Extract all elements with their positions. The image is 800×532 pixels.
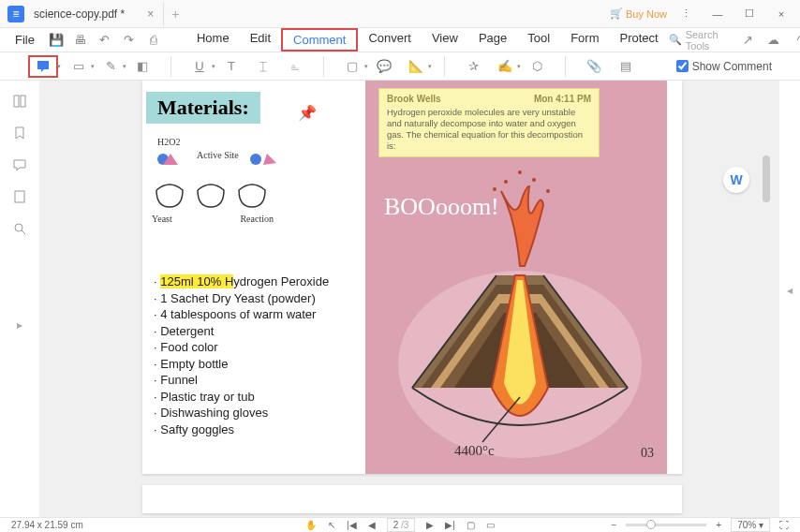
maximize-button[interactable]: ☐ — [736, 1, 763, 27]
page-number: 03 — [641, 446, 654, 461]
tab-title: science-copy.pdf * — [34, 7, 125, 21]
first-page-icon[interactable]: |◀ — [347, 520, 357, 530]
stamp-tool[interactable]: ✰ — [462, 56, 484, 77]
zoom-percent[interactable]: 70% ▾ — [731, 518, 770, 532]
signature-tool[interactable]: ✍▾ — [494, 56, 516, 77]
word-export-button[interactable]: W — [723, 167, 749, 193]
eraser-tool[interactable]: ◧ — [131, 56, 154, 77]
comments-panel-icon[interactable] — [12, 157, 27, 172]
next-page-icon[interactable]: ▶ — [426, 520, 434, 530]
sticky-author: Brook Wells — [387, 94, 441, 104]
page-indicator[interactable]: 2 /3 — [387, 518, 416, 532]
right-rail: ◀ — [779, 81, 800, 517]
note-tool[interactable]: ▾ — [28, 55, 58, 78]
close-window-button[interactable]: × — [768, 1, 794, 27]
typewriter-tool[interactable]: ⎁ — [284, 56, 306, 77]
zoom-out-icon[interactable]: − — [612, 520, 617, 530]
callout-tool[interactable]: 💬 — [373, 56, 395, 77]
page-title: Materials: — [146, 92, 260, 124]
bookmarks-icon[interactable] — [12, 126, 27, 140]
collapse-right-icon[interactable]: ◀ — [787, 287, 793, 295]
attach-tool[interactable]: 📎 — [583, 56, 605, 77]
tab-page[interactable]: Page — [468, 28, 517, 52]
expand-sidebar-icon[interactable]: ▶ — [17, 321, 22, 330]
svg-point-7 — [250, 154, 261, 165]
svg-marker-8 — [263, 154, 276, 165]
close-tab-icon[interactable]: × — [147, 7, 154, 21]
file-menu[interactable]: File — [7, 30, 42, 50]
search-tools[interactable]: 🔍 Search Tools — [669, 29, 731, 52]
statusbar: 27.94 x 21.59 cm ✋ ↖ |◀ ◀ 2 /3 ▶ ▶| ▢ ▭ … — [0, 517, 800, 532]
svg-point-3 — [15, 224, 22, 231]
fit-width-icon[interactable]: ▭ — [486, 520, 495, 530]
tab-protect[interactable]: Protect — [609, 28, 668, 52]
stamp2-tool[interactable]: ⬡ — [526, 56, 548, 77]
tab-home[interactable]: Home — [186, 28, 240, 52]
fit-page-icon[interactable]: ▢ — [467, 520, 475, 530]
temperature-label: 4400°c — [454, 443, 495, 458]
undo-icon[interactable]: ↶ — [95, 32, 115, 49]
zoom-in-icon[interactable]: + — [716, 520, 721, 530]
left-sidebar: ▶ — [0, 81, 39, 517]
comment-toolbar: ▾ ▭▾ ✎▾ ◧ U▾ T ⌶ ⎁ ▢▾ 💬 📐▾ ✰ ✍▾ ⬡ 📎 ▤ Sh… — [0, 52, 800, 81]
thumbnails-icon[interactable] — [12, 94, 27, 109]
volcano-illustration: BOOooom! 4400°c — [375, 163, 658, 463]
svg-line-4 — [22, 230, 25, 234]
pencil-tool[interactable]: ✎▾ — [99, 56, 122, 77]
underline-tool[interactable]: U▾ — [188, 56, 211, 77]
measure-tool[interactable]: 📐▾ — [405, 56, 427, 77]
svg-point-10 — [504, 180, 508, 184]
save-icon[interactable]: 💾 — [46, 32, 67, 49]
yeast-diagram: H2O2 Active Site Yeast — [152, 137, 302, 224]
hand-tool-icon[interactable]: ✋ — [305, 520, 317, 530]
search-panel-icon[interactable] — [12, 221, 27, 236]
quickprint-icon[interactable]: ⎙ — [143, 32, 164, 49]
buy-now-link[interactable]: 🛒 Buy Now — [610, 7, 667, 20]
cloud-icon[interactable]: ☁ — [765, 32, 782, 49]
pin-icon: 📌 — [298, 104, 317, 122]
settings-icon[interactable]: ⋮ — [673, 1, 699, 27]
highlight-tool[interactable]: ▭▾ — [67, 56, 90, 77]
print-icon[interactable]: 🖶 — [70, 32, 91, 49]
document-canvas[interactable]: Materials: 📌 H2O2 Active Site — [39, 81, 779, 517]
svg-point-12 — [532, 178, 536, 182]
tab-view[interactable]: View — [422, 28, 468, 52]
prev-page-icon[interactable]: ◀ — [368, 520, 376, 530]
app-logo: ≡ — [7, 6, 24, 22]
svg-point-14 — [493, 187, 496, 191]
sticky-time: Mon 4:11 PM — [534, 94, 591, 104]
document-tab[interactable]: science-copy.pdf * × — [24, 2, 164, 26]
boom-text: BOOooom! — [384, 193, 499, 220]
tab-form[interactable]: Form — [560, 28, 609, 52]
svg-point-11 — [518, 170, 522, 174]
tab-tool[interactable]: Tool — [517, 28, 560, 52]
minimize-button[interactable]: — — [704, 1, 731, 27]
materials-list: 125ml 10% Hydrogen Peroxide 1 Sachet Dry… — [154, 273, 329, 437]
fullscreen-icon[interactable]: ⛶ — [779, 520, 789, 530]
tab-edit[interactable]: Edit — [240, 28, 281, 52]
last-page-icon[interactable]: ▶| — [445, 520, 455, 530]
sticky-note[interactable]: Brook Wells Mon 4:11 PM Hydrogen peroxid… — [378, 88, 600, 157]
compare-tool[interactable]: ▤ — [615, 56, 637, 77]
share-icon[interactable]: ↗ — [739, 32, 756, 49]
vertical-scrollbar[interactable] — [763, 155, 770, 511]
titlebar: ≡ science-copy.pdf * × + 🛒 Buy Now ⋮ — ☐… — [0, 0, 800, 28]
shape-tool[interactable]: ▢▾ — [341, 56, 363, 77]
tab-convert[interactable]: Convert — [358, 28, 422, 52]
workspace: ▶ Materials: 📌 H2O2 Active Site — [0, 81, 800, 517]
show-comment-toggle[interactable]: Show Comment — [676, 60, 772, 73]
zoom-slider[interactable] — [626, 524, 706, 526]
menubar: File 💾 🖶 ↶ ↷ ⎙ Home Edit Comment Convert… — [0, 28, 800, 52]
page-dimensions: 27.94 x 21.59 cm — [11, 520, 83, 530]
add-tab-button[interactable]: + — [171, 7, 179, 22]
show-comment-checkbox[interactable] — [676, 60, 689, 72]
pdf-page: Materials: 📌 H2O2 Active Site — [142, 81, 682, 474]
textbox-tool[interactable]: ⌶ — [252, 56, 274, 77]
tab-comment[interactable]: Comment — [281, 28, 358, 52]
ribbon-tabs: Home Edit Comment Convert View Page Tool… — [186, 28, 669, 52]
select-tool-icon[interactable]: ↖ — [328, 520, 335, 530]
collapse-ribbon-icon[interactable]: ^ — [792, 32, 800, 49]
redo-icon[interactable]: ↷ — [119, 32, 140, 49]
text-tool[interactable]: T — [220, 56, 243, 77]
attachments-icon[interactable] — [12, 189, 27, 204]
